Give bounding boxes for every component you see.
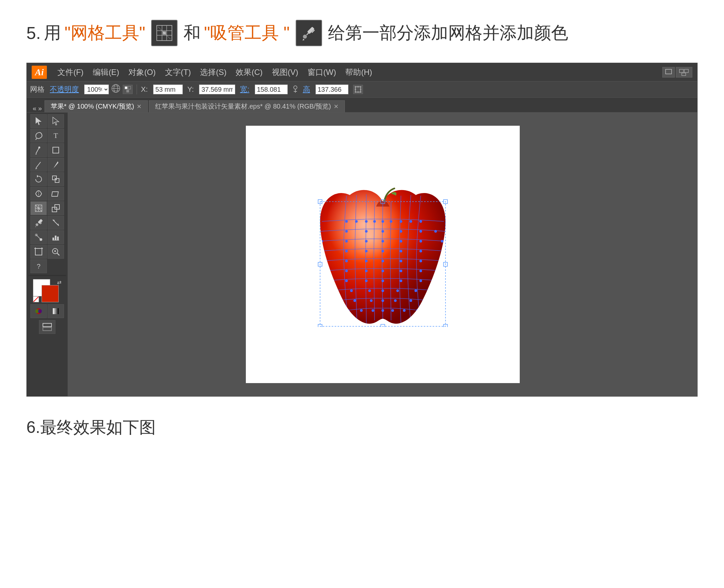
svg-rect-68: [57, 236, 59, 240]
warp-tool[interactable]: [30, 187, 47, 201]
free-transform-tool[interactable]: [47, 187, 64, 201]
svg-rect-90: [318, 324, 322, 327]
svg-rect-21: [125, 86, 127, 89]
tool-row-5: [28, 172, 66, 186]
transform-icon[interactable]: [353, 85, 363, 94]
tool-row-10: [28, 245, 66, 259]
tab-apple-close[interactable]: ✕: [137, 103, 142, 110]
svg-point-121: [400, 250, 402, 252]
svg-point-165: [416, 309, 419, 312]
svg-point-144: [436, 279, 438, 282]
menu-help[interactable]: 帮助(H): [340, 65, 376, 80]
layers-icon[interactable]: [39, 320, 56, 334]
measure-tool[interactable]: [47, 216, 64, 230]
tab-apple[interactable]: 苹果* @ 100% (CMYK/预览) ✕: [44, 100, 148, 112]
toolbar-tool-label: 网格: [30, 84, 44, 94]
menu-effect[interactable]: 效果(C): [231, 65, 267, 80]
menu-edit[interactable]: 编辑(E): [88, 65, 124, 80]
text3: 给第一部分添加网格并添加颜色: [328, 21, 568, 45]
svg-point-124: [320, 260, 323, 262]
svg-point-58: [36, 224, 38, 226]
svg-point-133: [365, 270, 368, 272]
blend-tool[interactable]: [30, 230, 47, 244]
svg-point-139: [345, 279, 348, 282]
tool-row-6: [28, 187, 66, 201]
svg-point-116: [441, 240, 443, 243]
svg-point-95: [345, 220, 348, 223]
window-mode-icon2[interactable]: [676, 67, 692, 78]
svg-point-31: [355, 89, 356, 90]
rotate-tool[interactable]: [30, 172, 47, 186]
svg-point-98: [373, 220, 376, 223]
swap-colors[interactable]: ⇄: [57, 279, 61, 286]
none-color[interactable]: [33, 296, 39, 302]
svg-rect-12: [666, 69, 671, 74]
svg-point-153: [353, 299, 356, 302]
panels-collapse[interactable]: « »: [30, 105, 44, 112]
h-input[interactable]: [315, 84, 349, 94]
svg-point-138: [325, 279, 328, 282]
direct-select-tool[interactable]: [47, 114, 64, 128]
window-mode-icon1[interactable]: [662, 67, 675, 78]
menu-object[interactable]: 对象(O): [124, 65, 160, 80]
svg-point-100: [390, 220, 392, 223]
select-tool[interactable]: [30, 114, 47, 128]
eyedropper-tool[interactable]: [30, 216, 47, 230]
svg-point-110: [320, 240, 323, 243]
svg-point-129: [419, 260, 422, 262]
menu-view[interactable]: 视图(V): [267, 65, 303, 80]
svg-rect-22: [128, 86, 131, 89]
menu-select[interactable]: 选择(S): [195, 65, 231, 80]
svg-point-119: [365, 250, 368, 252]
menu-text[interactable]: 文字(T): [160, 65, 196, 80]
menu-file[interactable]: 文件(F): [53, 65, 88, 80]
x-label: X:: [141, 85, 148, 94]
svg-point-151: [433, 289, 435, 292]
rectangle-tool[interactable]: [47, 143, 64, 157]
graph-tool[interactable]: [47, 230, 64, 244]
w-input[interactable]: [255, 84, 288, 94]
x-input[interactable]: [153, 84, 183, 94]
svg-point-111: [345, 240, 348, 243]
svg-point-132: [345, 270, 348, 272]
paintbrush-tool[interactable]: [47, 158, 64, 172]
link-icon[interactable]: [290, 84, 301, 95]
svg-point-122: [419, 250, 422, 252]
zoom-tool[interactable]: [47, 245, 64, 259]
text1: 用: [44, 21, 61, 45]
scale-tool[interactable]: [47, 172, 64, 186]
pen-tool[interactable]: [30, 143, 47, 157]
opacity-select[interactable]: 100%: [84, 84, 109, 94]
help-tool[interactable]: ?: [30, 259, 47, 273]
svg-rect-48: [51, 192, 58, 196]
svg-point-164: [403, 309, 406, 312]
text-tool[interactable]: T: [47, 129, 64, 143]
tool-row-8: [28, 216, 66, 230]
svg-marker-11: [303, 39, 305, 41]
tab-eps[interactable]: 红苹果与果汁包装设计矢量素材.eps* @ 80.41% (RGB/预览) ✕: [149, 100, 345, 112]
svg-point-104: [345, 230, 348, 233]
svg-rect-83: [53, 308, 59, 314]
style-icon[interactable]: [123, 85, 133, 94]
artboard-tool[interactable]: [30, 245, 47, 259]
shape-builder-tool[interactable]: [47, 201, 64, 215]
y-input[interactable]: [199, 84, 235, 94]
svg-marker-36: [36, 117, 42, 125]
svg-marker-59: [35, 226, 36, 227]
mesh-tool[interactable]: [30, 201, 47, 215]
svg-point-97: [365, 220, 368, 223]
svg-point-163: [391, 309, 394, 312]
svg-point-152: [337, 299, 339, 302]
pencil-tool[interactable]: [30, 158, 47, 172]
svg-point-105: [365, 230, 368, 233]
svg-point-142: [400, 279, 402, 282]
tab-eps-close[interactable]: ✕: [334, 103, 338, 110]
color-mode[interactable]: [30, 304, 47, 318]
eyedropper-tool-icon: [296, 20, 322, 46]
lasso-tool[interactable]: [30, 129, 47, 143]
svg-point-120: [381, 250, 384, 252]
svg-line-76: [57, 253, 59, 255]
gradient-mode[interactable]: [47, 304, 64, 318]
fill-swatch[interactable]: [42, 285, 59, 302]
menu-window[interactable]: 窗口(W): [303, 65, 341, 80]
